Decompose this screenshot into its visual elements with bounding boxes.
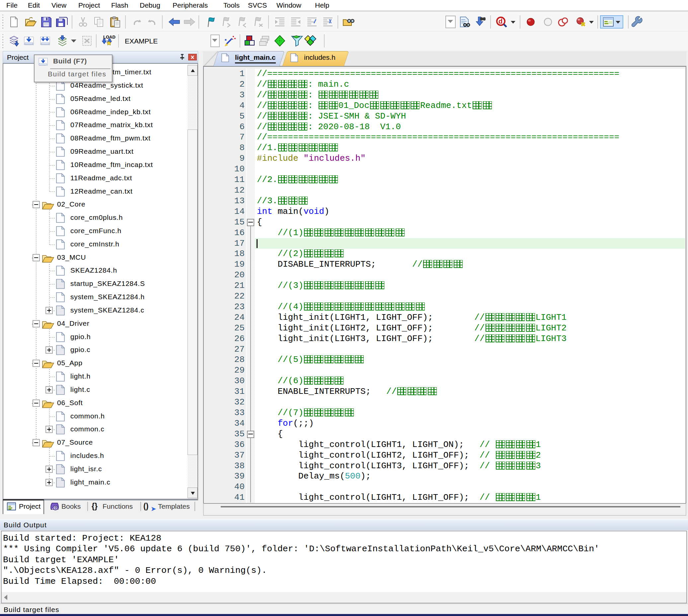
svg-text:d: d <box>499 18 503 25</box>
svg-text:?: ? <box>54 506 57 510</box>
